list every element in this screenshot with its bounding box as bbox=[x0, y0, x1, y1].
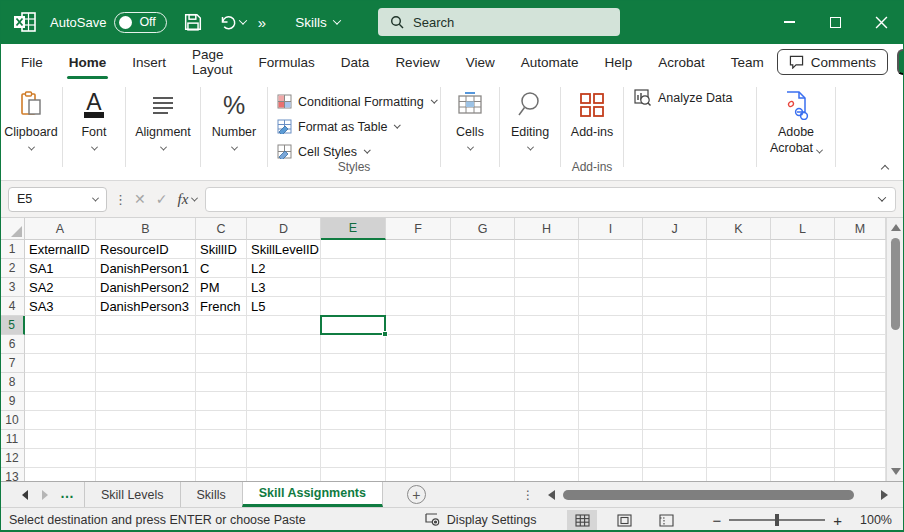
cell-L10[interactable] bbox=[771, 411, 835, 430]
excel-logo-icon[interactable] bbox=[14, 12, 36, 32]
row-header-12[interactable]: 12 bbox=[0, 449, 25, 468]
zoom-level[interactable]: 100% bbox=[850, 513, 892, 527]
cell-B8[interactable] bbox=[96, 373, 196, 392]
normal-view-button[interactable] bbox=[567, 510, 597, 531]
cell-H13[interactable] bbox=[515, 468, 579, 481]
cell-J3[interactable] bbox=[643, 278, 707, 297]
undo-dropdown-chevron[interactable] bbox=[239, 16, 247, 24]
display-settings-button[interactable]: Display Settings bbox=[425, 513, 537, 527]
cell-E8[interactable] bbox=[321, 373, 386, 392]
tab-view[interactable]: View bbox=[453, 44, 508, 80]
ribbon-group-addins[interactable]: Add-ins Add-ins bbox=[561, 80, 623, 180]
cell-C5[interactable] bbox=[196, 316, 247, 335]
horizontal-scroll-track[interactable] bbox=[563, 490, 873, 500]
name-box-chevron[interactable] bbox=[92, 194, 99, 201]
column-header-J[interactable]: J bbox=[643, 218, 707, 240]
cell-H12[interactable] bbox=[515, 449, 579, 468]
cell-F9[interactable] bbox=[386, 392, 451, 411]
cell-E11[interactable] bbox=[321, 430, 386, 449]
cell-H10[interactable] bbox=[515, 411, 579, 430]
cell-D6[interactable] bbox=[247, 335, 321, 354]
analyze-data-button[interactable]: Analyze Data bbox=[634, 89, 732, 106]
cell-J10[interactable] bbox=[643, 411, 707, 430]
cell-B4[interactable]: DanishPerson3 bbox=[96, 297, 196, 316]
column-header-L[interactable]: L bbox=[771, 218, 835, 240]
cell-C9[interactable] bbox=[196, 392, 247, 411]
page-break-preview-button[interactable] bbox=[651, 510, 681, 531]
insert-function-button[interactable]: fx bbox=[177, 191, 197, 208]
sheet-tab-skills[interactable]: Skills bbox=[180, 482, 242, 507]
column-header-D[interactable]: D bbox=[247, 218, 321, 240]
column-header-I[interactable]: I bbox=[579, 218, 643, 240]
cell-J13[interactable] bbox=[643, 468, 707, 481]
cell-F4[interactable] bbox=[386, 297, 451, 316]
cell-L8[interactable] bbox=[771, 373, 835, 392]
minimize-button[interactable] bbox=[766, 0, 812, 44]
cell-G13[interactable] bbox=[451, 468, 515, 481]
cell-F11[interactable] bbox=[386, 430, 451, 449]
sheet-nav-right-arrow[interactable] bbox=[42, 490, 48, 500]
cell-C2[interactable]: C bbox=[196, 259, 247, 278]
column-header-A[interactable]: A bbox=[25, 218, 96, 240]
cell-D10[interactable] bbox=[247, 411, 321, 430]
cell-M13[interactable] bbox=[835, 468, 886, 481]
cell-D4[interactable]: L5 bbox=[247, 297, 321, 316]
sheet-nav-left-arrow[interactable] bbox=[22, 490, 28, 500]
column-header-C[interactable]: C bbox=[196, 218, 247, 240]
more-commands-button[interactable]: » bbox=[258, 14, 267, 31]
cell-M5[interactable] bbox=[835, 316, 886, 335]
column-header-F[interactable]: F bbox=[386, 218, 451, 240]
tab-automate[interactable]: Automate bbox=[508, 44, 592, 80]
tab-file[interactable]: File bbox=[8, 44, 56, 80]
column-header-E[interactable]: E bbox=[321, 218, 386, 240]
cell-K11[interactable] bbox=[707, 430, 771, 449]
ribbon-group-adobe-acrobat[interactable]: Adobe Acrobat bbox=[757, 80, 835, 180]
row-header-3[interactable]: 3 bbox=[0, 278, 25, 297]
cell-D13[interactable] bbox=[247, 468, 321, 481]
cell-A11[interactable] bbox=[25, 430, 96, 449]
tab-data[interactable]: Data bbox=[328, 44, 383, 80]
cell-M4[interactable] bbox=[835, 297, 886, 316]
cell-B2[interactable]: DanishPerson1 bbox=[96, 259, 196, 278]
cell-E4[interactable] bbox=[321, 297, 386, 316]
expand-formula-bar-chevron[interactable] bbox=[878, 193, 886, 201]
zoom-out-button[interactable]: − bbox=[712, 512, 721, 529]
confirm-entry-button[interactable]: ✓ bbox=[156, 191, 168, 207]
cell-B3[interactable]: DanishPerson2 bbox=[96, 278, 196, 297]
ribbon-group-alignment[interactable]: Alignment bbox=[126, 80, 200, 180]
cell-B5[interactable] bbox=[96, 316, 196, 335]
scroll-up-arrow[interactable] bbox=[891, 224, 901, 231]
cell-B10[interactable] bbox=[96, 411, 196, 430]
cell-M12[interactable] bbox=[835, 449, 886, 468]
cell-I12[interactable] bbox=[579, 449, 643, 468]
cell-M6[interactable] bbox=[835, 335, 886, 354]
row-header-8[interactable]: 8 bbox=[0, 373, 25, 392]
cell-A9[interactable] bbox=[25, 392, 96, 411]
cell-I8[interactable] bbox=[579, 373, 643, 392]
row-header-2[interactable]: 2 bbox=[0, 259, 25, 278]
cell-D5[interactable] bbox=[247, 316, 321, 335]
vertical-scroll-thumb[interactable] bbox=[891, 238, 900, 330]
cell-K2[interactable] bbox=[707, 259, 771, 278]
cell-E12[interactable] bbox=[321, 449, 386, 468]
cell-I10[interactable] bbox=[579, 411, 643, 430]
cell-C10[interactable] bbox=[196, 411, 247, 430]
cell-G12[interactable] bbox=[451, 449, 515, 468]
cell-I9[interactable] bbox=[579, 392, 643, 411]
cell-E5[interactable] bbox=[321, 316, 386, 335]
cell-D11[interactable] bbox=[247, 430, 321, 449]
cell-J7[interactable] bbox=[643, 354, 707, 373]
cell-B1[interactable]: ResourceID bbox=[96, 240, 196, 259]
cell-C11[interactable] bbox=[196, 430, 247, 449]
cell-K3[interactable] bbox=[707, 278, 771, 297]
ribbon-group-editing[interactable]: Editing bbox=[500, 80, 560, 180]
zoom-in-button[interactable]: + bbox=[833, 512, 842, 529]
ribbon-group-clipboard[interactable]: Clipboard bbox=[0, 80, 62, 180]
cell-H8[interactable] bbox=[515, 373, 579, 392]
cell-E9[interactable] bbox=[321, 392, 386, 411]
cell-B9[interactable] bbox=[96, 392, 196, 411]
cell-I6[interactable] bbox=[579, 335, 643, 354]
cell-A5[interactable] bbox=[25, 316, 96, 335]
row-header-6[interactable]: 6 bbox=[0, 335, 25, 354]
cell-L11[interactable] bbox=[771, 430, 835, 449]
